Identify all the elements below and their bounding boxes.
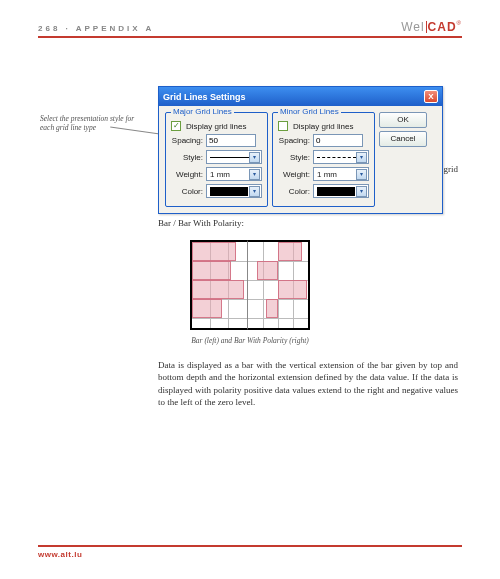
margin-annotation: Select the presentation style for each g…: [40, 114, 135, 132]
ok-button[interactable]: OK: [379, 112, 427, 128]
chevron-down-icon: ▾: [249, 169, 260, 180]
major-display-label: Display grid lines: [186, 122, 246, 131]
major-color-label: Color:: [171, 187, 203, 196]
footer-url: www.alt.lu: [38, 550, 82, 559]
figure-right-track: [248, 240, 310, 330]
paragraph-2: Data is displayed as a bar with the vert…: [158, 359, 458, 408]
brand-pre: Wel: [401, 20, 424, 34]
minor-spacing-label: Spacing:: [278, 136, 310, 145]
chevron-down-icon: ▾: [249, 186, 260, 197]
chevron-down-icon: ▾: [249, 152, 260, 163]
dialog-titlebar[interactable]: Grid Lines Settings X: [159, 87, 442, 106]
minor-display-checkbox[interactable]: [278, 121, 288, 131]
figure-caption: Bar (left) and Bar With Polarity (right): [190, 336, 310, 345]
bar-heading: Bar / Bar With Polarity:: [158, 218, 462, 228]
minor-color-swatch: [317, 187, 355, 196]
figure-canvas: [190, 240, 310, 330]
minor-style-select[interactable]: ▾: [313, 150, 369, 164]
minor-display-label: Display grid lines: [293, 122, 353, 131]
major-color-select[interactable]: ▾: [206, 184, 262, 198]
minor-style-preview: [317, 151, 356, 163]
figure-left-track: [190, 240, 248, 330]
major-color-swatch: [210, 187, 248, 196]
major-style-preview: [210, 151, 249, 163]
figure-bar-styles: Bar (left) and Bar With Polarity (right): [190, 240, 310, 345]
chevron-down-icon: ▾: [356, 186, 367, 197]
minor-grid-lines-group: Minor Grid Lines Display grid lines Spac…: [272, 112, 375, 207]
minor-display-row[interactable]: Display grid lines: [278, 121, 369, 131]
chevron-down-icon: ▾: [356, 152, 367, 163]
cancel-button[interactable]: Cancel: [379, 131, 427, 147]
brand-bar-icon: [426, 21, 427, 33]
page-footer: www.alt.lu: [38, 545, 462, 559]
major-spacing-input[interactable]: [206, 134, 256, 147]
brand-post: CAD: [428, 20, 457, 34]
page-header: 268 · APPENDIX A WelCAD®: [38, 20, 462, 38]
minor-color-label: Color:: [278, 187, 310, 196]
close-icon: X: [428, 92, 433, 101]
major-spacing-label: Spacing:: [171, 136, 203, 145]
dialog-button-column: OK Cancel: [379, 112, 427, 207]
close-button[interactable]: X: [424, 90, 438, 103]
major-group-title: Major Grid Lines: [171, 107, 234, 116]
chevron-down-icon: ▾: [356, 169, 367, 180]
major-grid-lines-group: Major Grid Lines Display grid lines Spac…: [165, 112, 268, 207]
minor-weight-value: 1 mm: [317, 170, 337, 179]
minor-weight-label: Weight:: [278, 170, 310, 179]
dialog-title: Grid Lines Settings: [163, 92, 246, 102]
minor-color-select[interactable]: ▾: [313, 184, 369, 198]
grid-lines-settings-dialog: Grid Lines Settings X Major Grid Lines D…: [158, 86, 443, 214]
major-weight-label: Weight:: [171, 170, 203, 179]
major-style-select[interactable]: ▾: [206, 150, 262, 164]
page-number-appendix: 268 · APPENDIX A: [38, 24, 154, 33]
major-display-checkbox[interactable]: [171, 121, 181, 131]
brand-logo: WelCAD®: [401, 20, 462, 34]
minor-spacing-input[interactable]: [313, 134, 363, 147]
minor-style-label: Style:: [278, 153, 310, 162]
dialog-body: Major Grid Lines Display grid lines Spac…: [159, 106, 442, 213]
major-style-label: Style:: [171, 153, 203, 162]
minor-group-title: Minor Grid Lines: [278, 107, 341, 116]
brand-registered: ®: [457, 20, 462, 26]
major-display-row[interactable]: Display grid lines: [171, 121, 262, 131]
major-weight-value: 1 mm: [210, 170, 230, 179]
minor-weight-select[interactable]: 1 mm ▾: [313, 167, 369, 181]
major-weight-select[interactable]: 1 mm ▾: [206, 167, 262, 181]
